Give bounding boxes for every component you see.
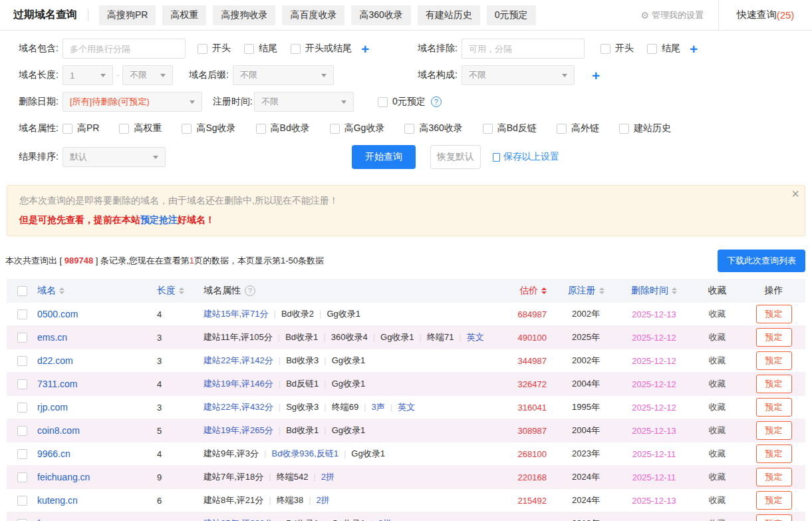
top-tab[interactable]: 高搜狗PR xyxy=(99,5,156,25)
checkbox-option[interactable]: 建站历史 xyxy=(619,122,671,134)
length-to-select[interactable]: 不限 xyxy=(122,65,173,85)
fav-link[interactable]: 收藏 xyxy=(692,331,742,343)
top-tab[interactable]: 高360收录 xyxy=(351,5,410,25)
checkbox[interactable] xyxy=(256,124,266,134)
top-tab[interactable]: 高百度收录 xyxy=(282,5,344,25)
fav-link[interactable]: 收藏 xyxy=(692,401,742,413)
sort-icon[interactable] xyxy=(541,287,547,294)
domain-link[interactable]: 7311.com xyxy=(37,379,157,389)
checkbox[interactable] xyxy=(647,44,657,54)
reserve-button[interactable]: 预定 xyxy=(756,421,792,440)
checkbox-option[interactable]: 开头或结尾 xyxy=(291,43,352,55)
sort-icon[interactable] xyxy=(599,287,605,294)
reserve-button[interactable]: 预定 xyxy=(756,305,792,323)
sort-select[interactable]: 默认 xyxy=(63,147,166,167)
checkbox-option[interactable]: 高Bd收录 xyxy=(256,122,310,134)
top-tab[interactable]: 高权重 xyxy=(162,5,206,25)
domain-link[interactable]: d22.com xyxy=(37,355,157,366)
checkbox[interactable] xyxy=(601,44,610,54)
attr-link[interactable]: 建站19年,评265分 xyxy=(203,425,273,435)
domain-link[interactable]: 0500.com xyxy=(37,309,157,319)
row-checkbox[interactable] xyxy=(17,309,27,319)
row-checkbox[interactable] xyxy=(17,403,27,413)
checkbox[interactable] xyxy=(291,44,301,54)
fav-link[interactable]: 收藏 xyxy=(692,494,742,506)
attr-link[interactable]: 2拼 xyxy=(378,518,392,521)
checkbox[interactable] xyxy=(198,44,207,54)
domain-link[interactable]: fengya.com xyxy=(37,518,157,521)
download-button[interactable]: 下载此次查询列表 xyxy=(718,250,805,272)
reserve-button[interactable]: 预定 xyxy=(756,491,792,510)
suffix-select[interactable]: 不限 xyxy=(233,65,334,85)
checkbox-option[interactable]: 高Sg收录 xyxy=(182,122,235,134)
attr-link[interactable]: 英文 xyxy=(398,402,415,412)
header-reg[interactable]: 原注册 xyxy=(556,285,616,297)
checkbox[interactable] xyxy=(119,124,129,134)
attr-link[interactable]: 建站25年,评388分 xyxy=(203,518,273,521)
reset-button[interactable]: 恢复默认 xyxy=(430,145,481,169)
checkbox[interactable] xyxy=(244,44,254,54)
checkbox-option[interactable]: 高360收录 xyxy=(404,122,462,134)
select-all-checkbox[interactable] xyxy=(17,286,27,296)
checkbox[interactable] xyxy=(63,124,72,134)
sort-icon[interactable] xyxy=(672,287,677,294)
domain-link[interactable]: feichuang.cn xyxy=(37,472,157,482)
attr-link[interactable]: 建站22年,评432分 xyxy=(203,402,273,412)
top-tab[interactable]: 0元预定 xyxy=(487,5,536,25)
top-tab[interactable]: 有建站历史 xyxy=(418,5,480,25)
exclude-input[interactable] xyxy=(462,39,585,59)
length-from-select[interactable]: 1 xyxy=(63,65,113,85)
attr-link[interactable]: 建站22年,评142分 xyxy=(203,355,273,365)
reserve-button[interactable]: 预定 xyxy=(756,351,792,370)
fav-link[interactable]: 收藏 xyxy=(692,471,742,483)
fav-link[interactable]: 收藏 xyxy=(692,448,742,460)
zero-reserve-checkbox-item[interactable]: 0元预定 xyxy=(378,96,426,108)
row-checkbox[interactable] xyxy=(17,519,27,521)
checkbox-option[interactable]: 高PR xyxy=(63,122,99,134)
zero-reserve-help-icon[interactable]: ? xyxy=(431,96,442,107)
notice-line2-link[interactable]: 预定抢注 xyxy=(140,214,178,225)
checkbox-option[interactable]: 高外链 xyxy=(557,122,599,134)
domain-link[interactable]: ems.cn xyxy=(37,332,157,343)
domain-link[interactable]: coin8.com xyxy=(37,425,157,436)
header-price[interactable]: 估价 xyxy=(493,285,556,297)
reserve-button[interactable]: 预定 xyxy=(756,514,792,521)
attr-link[interactable]: 建站19年,评146分 xyxy=(203,379,273,389)
composition-add-button[interactable]: + xyxy=(592,69,600,83)
quick-query-tab[interactable]: 快速查询 (25) xyxy=(718,0,812,30)
reg-time-select[interactable]: 不限 xyxy=(254,92,354,112)
checkbox-option[interactable]: 开头 xyxy=(198,43,231,55)
checkbox[interactable] xyxy=(182,124,192,134)
domain-link[interactable]: kuteng.cn xyxy=(37,495,157,506)
checkbox-option[interactable]: 高权重 xyxy=(119,122,162,134)
row-checkbox[interactable] xyxy=(17,379,27,389)
checkbox[interactable] xyxy=(483,124,493,134)
checkbox[interactable] xyxy=(330,124,340,134)
attr-link[interactable]: 英文 xyxy=(467,332,484,342)
reserve-button[interactable]: 预定 xyxy=(756,468,792,486)
manage-settings-link[interactable]: ⚙ 管理我的设置 xyxy=(640,9,704,21)
top-tab[interactable]: 高搜狗收录 xyxy=(213,5,275,25)
attr-link[interactable]: 2拼 xyxy=(321,472,335,482)
fav-link[interactable]: 收藏 xyxy=(692,308,742,320)
row-checkbox[interactable] xyxy=(17,449,27,459)
reserve-button[interactable]: 预定 xyxy=(756,444,792,463)
attr-link[interactable]: 建站15年,评71分 xyxy=(203,309,269,319)
checkbox-option[interactable]: 开头 xyxy=(601,43,634,55)
reserve-button[interactable]: 预定 xyxy=(756,398,792,417)
checkbox-option[interactable]: 结尾 xyxy=(647,43,680,55)
fav-link[interactable]: 收藏 xyxy=(692,378,742,390)
checkbox[interactable] xyxy=(619,124,629,134)
checkbox-option[interactable]: 结尾 xyxy=(244,43,277,55)
fav-link[interactable]: 收藏 xyxy=(692,518,742,521)
reserve-button[interactable]: 预定 xyxy=(756,328,792,347)
delete-date-select[interactable]: [所有]待删除(可预定) xyxy=(63,92,202,112)
row-checkbox[interactable] xyxy=(17,472,27,482)
header-domain[interactable]: 域名 xyxy=(37,285,157,297)
fav-link[interactable]: 收藏 xyxy=(692,425,742,436)
include-input[interactable] xyxy=(63,39,186,59)
checkbox[interactable] xyxy=(557,124,567,134)
row-checkbox[interactable] xyxy=(17,333,27,343)
domain-link[interactable]: rjp.com xyxy=(37,402,157,413)
reserve-button[interactable]: 预定 xyxy=(756,375,792,393)
